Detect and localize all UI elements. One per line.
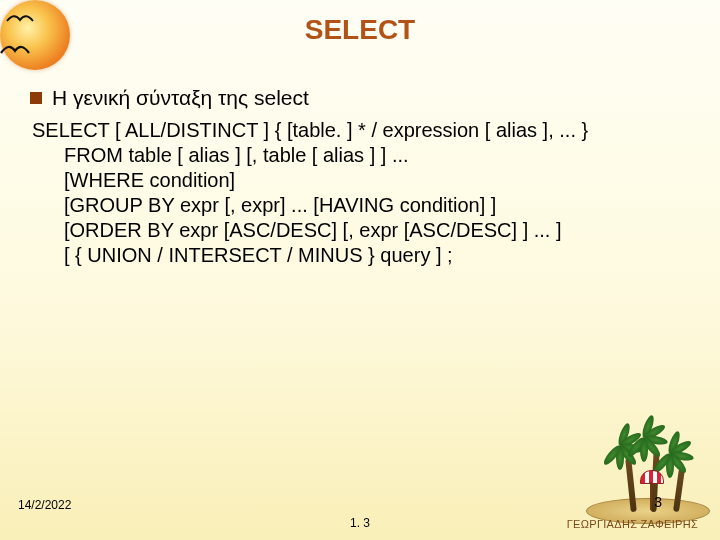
slide-title: SELECT [0, 14, 720, 46]
syntax-line: [GROUP BY expr [, expr] ... [HAVING cond… [32, 193, 700, 218]
island-decoration [582, 430, 712, 530]
footer-author: ΓΕΩΡΓΙΑΔΗΣ ΖΑΦΕΙΡΗΣ [567, 518, 698, 530]
palm-fronds-icon [660, 432, 704, 476]
slide: SELECT Η γενική σύνταξη της select SELEC… [0, 0, 720, 540]
square-bullet-icon [30, 92, 42, 104]
syntax-line: [WHERE condition] [32, 168, 700, 193]
footer-pagenum: 3 [654, 494, 662, 510]
syntax-block: SELECT [ ALL/DISTINCT ] { [table. ] * / … [32, 118, 700, 268]
footer-subnum: 1. 3 [350, 516, 370, 530]
syntax-line: SELECT [ ALL/DISTINCT ] { [table. ] * / … [32, 119, 588, 141]
syntax-line: [ORDER BY expr [ASC/DESC] [, expr [ASC/D… [32, 218, 700, 243]
bullet-item: Η γενική σύνταξη της select [30, 86, 700, 110]
slide-body: Η γενική σύνταξη της select SELECT [ ALL… [30, 86, 700, 268]
syntax-line: FROM table [ alias ] [, table [ alias ] … [32, 143, 700, 168]
bullet-text: Η γενική σύνταξη της select [52, 86, 309, 110]
footer-date: 14/2/2022 [18, 498, 71, 512]
syntax-line: [ { UNION / INTERSECT / MINUS } query ] … [32, 243, 700, 268]
